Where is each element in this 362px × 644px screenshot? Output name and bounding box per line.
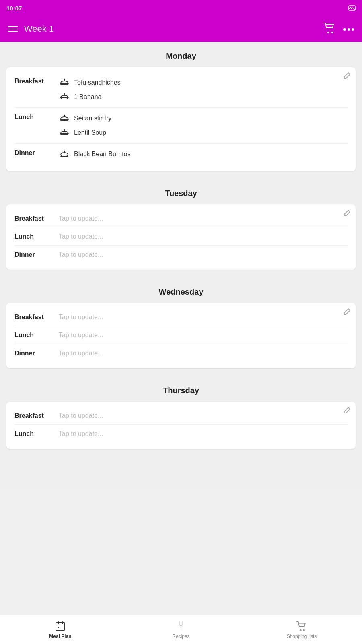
header-right [323, 23, 354, 35]
tap-to-update-text[interactable]: Tap to update... [59, 250, 348, 258]
meal-item[interactable]: Seitan stir fry [59, 113, 348, 124]
bottom-nav: Meal Plan Recipes Shopping lists [0, 615, 362, 644]
status-time: 10:07 [6, 5, 22, 12]
more-options-button[interactable] [343, 25, 354, 33]
meal-label-breakfast: Breakfast [14, 77, 59, 85]
tap-to-update-text[interactable]: Tap to update... [59, 313, 348, 321]
day-heading-monday: Monday [0, 42, 362, 67]
meal-items-container: Tap to update... [59, 214, 348, 222]
header-title: Week 1 [24, 24, 54, 34]
status-bar: 10:07 [0, 0, 362, 16]
food-cloche-icon [59, 113, 70, 124]
meal-label-lunch: Lunch [14, 232, 59, 240]
svg-point-18 [64, 94, 65, 95]
svg-rect-41 [58, 627, 59, 628]
meal-items-container: Tap to update... [59, 429, 348, 438]
meal-card-thursday: BreakfastTap to update...LunchTap to upd… [6, 402, 356, 449]
nav-shopping-lists[interactable]: Shopping lists [241, 615, 362, 644]
meal-card-tuesday: BreakfastTap to update...LunchTap to upd… [6, 204, 356, 270]
day-section-tuesday: Tuesday BreakfastTap to update...LunchTa… [0, 179, 362, 270]
tap-to-update-text[interactable]: Tap to update... [59, 349, 348, 357]
nav-shopping-lists-label: Shopping lists [287, 634, 317, 639]
food-cloche-icon [59, 77, 70, 88]
day-section-monday: Monday Breakfast Tofu sandhiches 1 Banan… [0, 42, 362, 171]
food-name-text: Lentil Soup [74, 129, 106, 136]
edit-button[interactable] [343, 72, 351, 82]
meal-card-wednesday: BreakfastTap to update...LunchTap to upd… [6, 303, 356, 368]
nav-meal-plan-label: Meal Plan [49, 634, 71, 639]
food-cloche-icon [59, 91, 70, 103]
food-name-text: Black Bean Burritos [74, 151, 131, 158]
calendar-icon [55, 621, 66, 632]
meal-items-container: Black Bean Burritos [59, 149, 348, 160]
meal-label-lunch: Lunch [14, 429, 59, 438]
status-icons [348, 5, 356, 11]
main-content: Monday Breakfast Tofu sandhiches 1 Banan… [0, 42, 362, 489]
svg-point-30 [64, 130, 65, 130]
meal-label-dinner: Dinner [14, 250, 59, 258]
meal-row-lunch: LunchTap to update... [14, 426, 348, 441]
meal-label-breakfast: Breakfast [14, 411, 59, 419]
meal-label-lunch: Lunch [14, 113, 59, 121]
nav-meal-plan[interactable]: Meal Plan [0, 615, 121, 644]
tap-to-update-text[interactable]: Tap to update... [59, 411, 348, 419]
fork-icon [175, 621, 187, 632]
meal-item[interactable]: Black Bean Burritos [59, 149, 348, 160]
meal-card-monday: Breakfast Tofu sandhiches 1 BananaLunch … [6, 67, 356, 171]
meal-item[interactable]: Tofu sandhiches [59, 77, 348, 88]
image-icon [348, 5, 356, 11]
food-cloche-icon [59, 127, 70, 138]
svg-point-36 [64, 151, 65, 152]
shopping-cart-nav-icon [296, 621, 307, 632]
food-name-text: Seitan stir fry [74, 115, 111, 122]
svg-point-5 [348, 28, 350, 31]
svg-point-43 [300, 629, 301, 631]
meal-items-container: Tofu sandhiches 1 Banana [59, 77, 348, 103]
day-section-wednesday: Wednesday BreakfastTap to update...Lunch… [0, 278, 362, 368]
meal-item[interactable]: 1 Banana [59, 91, 348, 103]
app-header: Week 1 [0, 16, 362, 42]
cart-button[interactable] [323, 23, 335, 35]
meal-row-breakfast: BreakfastTap to update... [14, 408, 348, 423]
meal-row-dinner: Dinner Black Bean Burritos [14, 145, 348, 163]
meal-items-container: Tap to update... [59, 250, 348, 258]
meal-row-lunch: LunchTap to update... [14, 328, 348, 342]
edit-button[interactable] [343, 209, 351, 219]
food-name-text: 1 Banana [74, 93, 102, 101]
tap-to-update-text[interactable]: Tap to update... [59, 429, 348, 438]
svg-point-3 [331, 32, 333, 33]
meal-label-dinner: Dinner [14, 149, 59, 157]
header-left: Week 1 [8, 24, 54, 34]
nav-recipes-label: Recipes [172, 634, 189, 639]
day-section-thursday: Thursday BreakfastTap to update...LunchT… [0, 376, 362, 449]
hamburger-menu-button[interactable] [8, 26, 18, 32]
food-name-text: Tofu sandhiches [74, 79, 121, 86]
meal-row-dinner: DinnerTap to update... [14, 247, 348, 262]
nav-recipes[interactable]: Recipes [121, 615, 241, 644]
meal-items-container: Tap to update... [59, 331, 348, 339]
svg-point-6 [352, 28, 354, 31]
edit-button[interactable] [343, 407, 351, 416]
meal-row-breakfast: Breakfast Tofu sandhiches 1 Banana [14, 74, 348, 106]
svg-rect-37 [56, 623, 65, 630]
meal-label-dinner: Dinner [14, 349, 59, 357]
meal-item[interactable]: Lentil Soup [59, 127, 348, 138]
food-cloche-icon [59, 149, 70, 160]
svg-point-2 [327, 32, 329, 33]
meal-items-container: Tap to update... [59, 411, 348, 419]
day-heading-tuesday: Tuesday [0, 179, 362, 204]
meal-items-container: Tap to update... [59, 313, 348, 321]
tap-to-update-text[interactable]: Tap to update... [59, 331, 348, 339]
svg-point-4 [343, 28, 346, 31]
meal-row-breakfast: BreakfastTap to update... [14, 211, 348, 225]
meal-label-breakfast: Breakfast [14, 214, 59, 222]
tap-to-update-text[interactable]: Tap to update... [59, 214, 348, 222]
meal-row-lunch: Lunch Seitan stir fry Lentil Soup [14, 109, 348, 142]
meal-row-lunch: LunchTap to update... [14, 229, 348, 244]
meal-label-lunch: Lunch [14, 331, 59, 339]
tap-to-update-text[interactable]: Tap to update... [59, 232, 348, 240]
edit-button[interactable] [343, 308, 351, 318]
svg-point-44 [303, 629, 305, 631]
meal-row-breakfast: BreakfastTap to update... [14, 310, 348, 324]
meal-row-dinner: DinnerTap to update... [14, 346, 348, 360]
